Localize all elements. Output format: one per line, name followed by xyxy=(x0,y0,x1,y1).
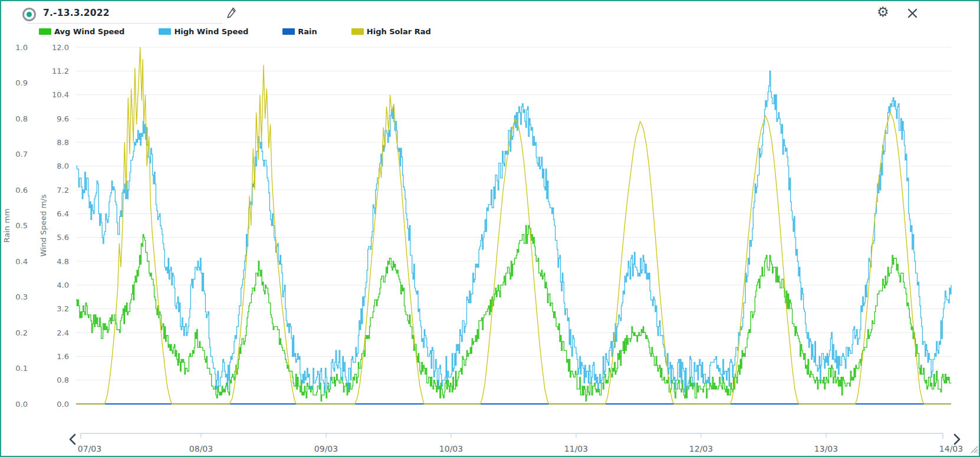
rain-axis-tick-label: 0.7 xyxy=(15,150,28,159)
rain-axis-tick-label: 0.1 xyxy=(15,364,28,373)
date-tick-label: 10/03 xyxy=(439,444,463,453)
date-tick-label: 07/03 xyxy=(78,444,101,453)
date-tick-label: 12/03 xyxy=(689,444,713,453)
wind-axis-tick-label: 4.0 xyxy=(57,281,69,290)
wind-axis-title: Wind Speed m/s xyxy=(39,195,48,257)
wind-axis-tick-label: 1.6 xyxy=(57,352,69,361)
rain-axis-tick-label: 1.0 xyxy=(15,43,28,52)
rain-axis-tick-label: 0.9 xyxy=(15,78,28,87)
wind-axis-tick-label: 4.8 xyxy=(57,257,69,266)
rain-axis-tick-label: 0.3 xyxy=(15,292,28,301)
wind-axis-tick-label: 0.8 xyxy=(57,376,69,384)
wind-axis-tick-label: 8.0 xyxy=(57,162,69,170)
weatherlink-chart-window: 7.-13.3.2022 ⚙ Avg Wind Speed High Wind … xyxy=(0,0,980,457)
wind-axis-tick-label: 0.0 xyxy=(57,400,69,409)
wind-axis-tick-label: 5.6 xyxy=(57,233,69,242)
wind-axis-tick-label: 6.4 xyxy=(57,209,69,218)
pan-right-chevron[interactable] xyxy=(953,433,961,445)
pan-left-chevron[interactable] xyxy=(68,433,77,445)
rain-axis-tick-label: 0.4 xyxy=(15,257,28,266)
rain-axis-tick-label: 0.8 xyxy=(15,114,28,123)
rain-axis-tick-label: 0.2 xyxy=(15,328,28,337)
wind-axis-tick-label: 2.4 xyxy=(57,328,69,337)
date-tick-label: 09/03 xyxy=(314,444,338,453)
plot-area[interactable] xyxy=(76,47,951,404)
wind-axis-tick-label: 9.6 xyxy=(57,114,69,123)
resize-handle[interactable] xyxy=(969,445,979,454)
rain-axis-tick-label: 0.0 xyxy=(15,400,28,409)
wind-axis-tick-label: 12.0 xyxy=(52,43,69,52)
date-tick-label: 11/03 xyxy=(564,444,588,453)
wind-axis-tick-label: 11.2 xyxy=(52,67,69,75)
rain-axis-tick-label: 0.5 xyxy=(15,221,28,230)
rain-axis-tick-label: 0.6 xyxy=(15,186,28,195)
wind-axis-tick-label: 3.2 xyxy=(57,304,69,313)
wind-axis-tick-label: 7.2 xyxy=(57,186,69,195)
wind-axis-tick-label: 8.8 xyxy=(57,138,69,147)
chart-canvas: 12.011.210.49.68.88.07.26.45.64.84.03.22… xyxy=(1,1,979,456)
date-tick-label: 13/03 xyxy=(814,444,838,453)
date-tick-label: 08/03 xyxy=(189,444,213,453)
date-tick-label: 14/03 xyxy=(939,444,963,453)
rain-axis-title: Rain mm xyxy=(2,208,11,242)
wind-axis-tick-label: 10.4 xyxy=(52,90,69,99)
